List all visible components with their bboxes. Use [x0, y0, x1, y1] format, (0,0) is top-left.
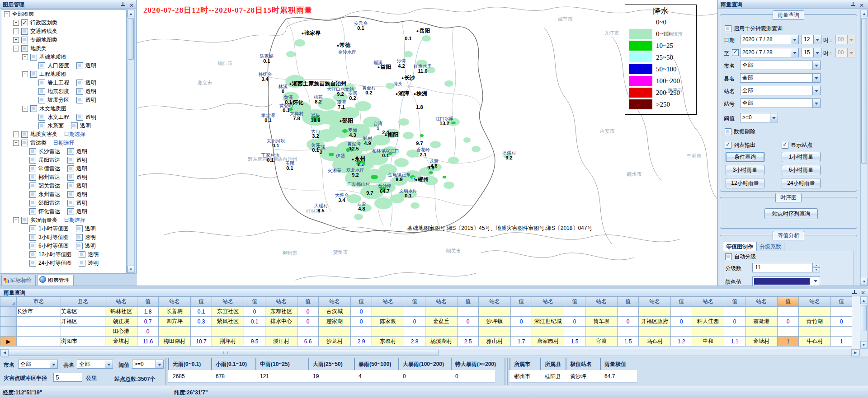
checkbox-icon[interactable] — [76, 234, 83, 241]
column-header-station[interactable]: 站名 — [212, 297, 244, 307]
cell-station[interactable] — [479, 307, 511, 317]
station-select[interactable]: 全部 — [740, 86, 821, 95]
dropdown-icon[interactable] — [812, 86, 820, 95]
cell-value[interactable] — [831, 307, 852, 317]
tree-item[interactable]: 常德雷达透明 — [1, 164, 126, 173]
cell-value[interactable] — [618, 327, 639, 337]
collapse-icon[interactable]: − — [22, 71, 28, 77]
tree-item[interactable]: 水文工程透明 — [1, 113, 126, 122]
column-header-value[interactable]: 值 — [511, 297, 532, 307]
rain-query-scrollbar[interactable]: ▲ ▼ — [860, 9, 868, 286]
checkbox-icon[interactable] — [76, 225, 83, 232]
dropdown-icon[interactable] — [791, 48, 798, 57]
scroll-down-icon[interactable]: ▼ — [127, 266, 134, 273]
dropdown-icon[interactable] — [156, 360, 163, 368]
row-selector[interactable]: ▶ — [0, 337, 17, 346]
hour-from-picker[interactable]: 12 — [802, 35, 821, 44]
cell-value[interactable]: 0 — [351, 307, 372, 317]
cell-station[interactable] — [692, 307, 724, 317]
checkbox-icon[interactable] — [29, 234, 36, 241]
scroll-up-icon[interactable]: ▲ — [127, 10, 134, 17]
close-icon[interactable]: ✕ — [860, 289, 866, 296]
cell-station[interactable]: 长善垸 — [159, 307, 191, 317]
rain-3h-button[interactable]: 3小时雨量 — [726, 165, 764, 175]
spin-down-icon[interactable]: ▼ — [812, 268, 820, 272]
rain-12h-button[interactable]: 12小时雨量 — [726, 178, 764, 188]
cell-value[interactable] — [458, 327, 479, 337]
column-header-station[interactable]: 站名 — [265, 297, 297, 307]
rain-6h-button[interactable]: 6小时雨量 — [782, 165, 821, 175]
scroll-left-icon[interactable]: ◀ — [0, 349, 9, 356]
column-header-value[interactable]: 值 — [244, 297, 265, 307]
cell-value[interactable]: 1.7 — [511, 337, 532, 346]
checkbox-icon[interactable] — [29, 148, 36, 155]
cell-value[interactable] — [564, 307, 585, 317]
cell-value[interactable]: 1.5 — [564, 337, 585, 346]
cell-value[interactable]: 0 — [297, 307, 319, 317]
tree-item[interactable]: 怀化雷达透明 — [1, 207, 126, 216]
buffer-radius-input[interactable] — [53, 373, 82, 382]
cell-value[interactable] — [404, 327, 425, 337]
stationid-select[interactable]: 全部 — [740, 98, 821, 108]
dropdown-icon[interactable] — [105, 360, 113, 368]
collapse-icon[interactable]: − — [4, 11, 10, 17]
column-header-value[interactable]: 值 — [671, 297, 692, 307]
cell-value[interactable]: 1.1 — [724, 337, 745, 346]
filter-threshold-select[interactable]: >=0 — [132, 360, 164, 369]
color-picker[interactable] — [752, 276, 820, 286]
station-timeseries-button[interactable]: 站点时序列查询 — [764, 208, 818, 219]
threshold-select[interactable]: >=0 — [740, 113, 778, 122]
checkbox-icon[interactable]: ✓ — [21, 19, 28, 26]
checkbox-icon[interactable] — [67, 157, 74, 164]
list-output-checkbox[interactable]: ✓ 列表输出 — [725, 141, 755, 149]
checkbox-icon[interactable] — [71, 122, 78, 129]
cell-station[interactable] — [319, 327, 351, 337]
cell-station[interactable]: 东盈村 — [372, 337, 404, 346]
cell-county[interactable]: 芙蓉区 — [61, 307, 105, 317]
column-header-value[interactable]: 值 — [191, 297, 212, 307]
cell-value[interactable]: 0.1 — [244, 317, 265, 327]
cell-station[interactable]: 乌石村 — [639, 337, 671, 346]
checkbox-icon[interactable] — [29, 243, 36, 249]
checkbox-icon[interactable] — [21, 131, 28, 138]
expand-icon[interactable]: + — [13, 131, 19, 137]
checkbox-icon[interactable] — [38, 97, 45, 103]
cell-value[interactable]: 1.5 — [618, 337, 639, 346]
cell-station[interactable] — [372, 307, 404, 317]
checkbox-icon[interactable] — [76, 88, 83, 95]
cell-value[interactable]: 0.3 — [191, 317, 212, 327]
cell-value[interactable] — [671, 307, 692, 317]
checkbox-icon[interactable] — [67, 200, 74, 206]
tree-item[interactable]: +专题地图类 — [1, 36, 126, 44]
checkbox-icon[interactable] — [38, 88, 45, 95]
cell-city[interactable] — [17, 327, 61, 337]
cell-station[interactable]: 金坑村 — [105, 337, 137, 346]
date-from-picker[interactable]: 2020 / 7 / 28 — [740, 35, 799, 44]
cell-value[interactable]: 0 — [564, 317, 585, 327]
cell-station[interactable]: 荆坪村 — [212, 337, 244, 346]
ten-minute-checkbox[interactable]: 启用十分钟观测查询 — [725, 25, 783, 33]
checkbox-icon[interactable] — [67, 191, 74, 198]
dropdown-icon[interactable] — [50, 360, 57, 368]
scroll-thumb[interactable] — [128, 18, 134, 60]
column-header-station[interactable]: 站名 — [479, 297, 511, 307]
rain-24h-button[interactable]: 24小时雨量 — [782, 178, 821, 188]
cell-station[interactable]: 锦林社区 — [105, 307, 137, 317]
cell-station[interactable] — [585, 307, 618, 317]
scroll-down-icon[interactable]: ▼ — [860, 341, 867, 348]
tree-item[interactable]: 地震烈度透明 — [1, 87, 126, 96]
cell-value[interactable] — [511, 307, 532, 317]
cell-value[interactable]: 0 — [137, 327, 159, 337]
expand-icon[interactable]: + — [13, 37, 19, 43]
cell-city[interactable] — [17, 337, 61, 346]
cell-station[interactable] — [212, 327, 244, 337]
checkbox-icon[interactable] — [21, 28, 28, 35]
tree-item[interactable]: 水系面透明 — [1, 122, 126, 130]
checkbox-icon[interactable] — [30, 105, 37, 112]
level-count-spinner[interactable]: 11 ▲ ▼ — [752, 263, 820, 272]
column-header-value[interactable]: 值 — [564, 297, 585, 307]
cell-value[interactable]: 6.6 — [297, 337, 319, 346]
result-grid-hscrollbar[interactable]: ◀ ▶ — [0, 349, 860, 356]
checkbox-icon[interactable] — [76, 114, 83, 121]
cell-value[interactable]: 2.8 — [404, 337, 425, 346]
